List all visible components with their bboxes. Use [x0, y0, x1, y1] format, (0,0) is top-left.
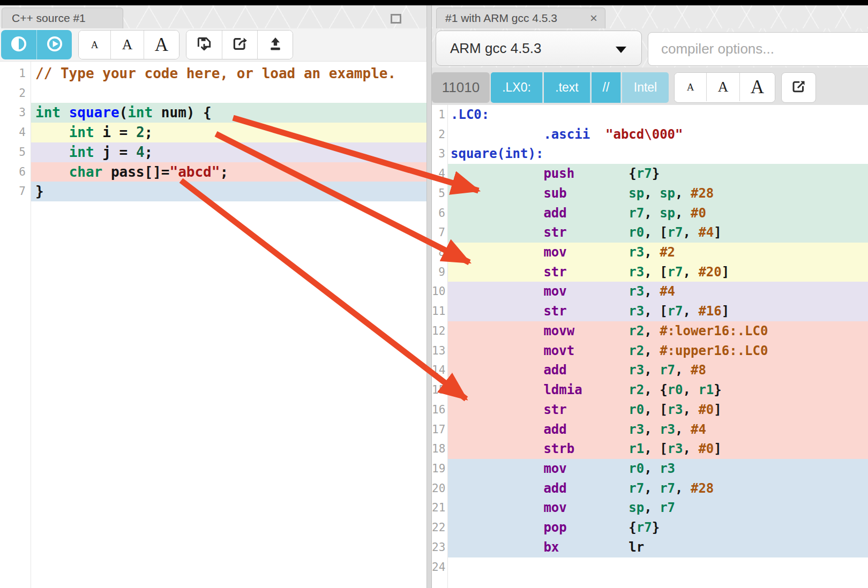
code-line[interactable]: 5 int j = 4;: [0, 142, 426, 162]
maximize-icon[interactable]: [391, 14, 401, 24]
code-line[interactable]: 20 add r7, r7, #28: [432, 479, 868, 499]
code-line[interactable]: 2 .ascii "abcd\000": [432, 125, 868, 145]
code-line[interactable]: 6 char pass[]="abcd";: [0, 162, 426, 182]
line-number: 3: [0, 103, 31, 123]
code-line[interactable]: 21 mov sp, r7: [432, 498, 868, 518]
code-line[interactable]: 3int square(int num) {: [0, 103, 426, 123]
source-font-size-group: A A A: [78, 30, 179, 59]
line-content: bx lr: [448, 538, 868, 557]
font-default-button[interactable]: A: [110, 31, 144, 59]
code-line[interactable]: 17 add r3, r3, #4: [432, 420, 868, 440]
code-line[interactable]: 9 str r3, [r7, #20]: [432, 262, 868, 282]
line-number: 8: [432, 243, 448, 262]
code-line[interactable]: 24: [432, 557, 868, 577]
asm-font-small-label: A: [687, 81, 694, 93]
source-editor[interactable]: 1// Type your code here, or load an exam…: [0, 62, 426, 588]
labels-filter-label: .LX0:: [502, 80, 531, 95]
code-line[interactable]: 3square(int):: [432, 144, 868, 164]
code-line[interactable]: 4 push {r7}: [432, 164, 868, 184]
font-increase-button[interactable]: A: [144, 31, 179, 59]
line-number: 12: [432, 321, 448, 341]
line-number: 18: [432, 439, 448, 459]
unused-labels-toggle[interactable]: .LX0:: [491, 72, 543, 103]
compile-on-change-button[interactable]: [36, 30, 72, 59]
code-line[interactable]: 7 str r0, [r7, #4]: [432, 223, 868, 243]
line-number: 3: [432, 144, 448, 164]
line-number: 13: [432, 341, 448, 361]
code-line[interactable]: 16 str r0, [r3, #0]: [432, 400, 868, 420]
code-line[interactable]: 13 movt r2, #:upper16:.LC0: [432, 341, 868, 361]
asm-export-button[interactable]: [781, 72, 816, 103]
line-number: 1: [0, 64, 31, 84]
line-content: sub sp, sp, #28: [448, 184, 868, 203]
code-line[interactable]: 4 int i = 2;: [0, 123, 426, 142]
code-line[interactable]: 6 add r7, sp, #0: [432, 203, 868, 223]
compiler-row: ARM gcc 4.5.3: [432, 28, 868, 67]
asm-font-default-button[interactable]: A: [706, 73, 739, 101]
compiler-pane-header: #1 with ARM gcc 4.5.3 ×: [432, 5, 868, 28]
line-content: movt r2, #:upper16:.LC0: [448, 341, 868, 361]
compiler-select[interactable]: ARM gcc 4.5.3: [436, 31, 642, 66]
line-content: mov r0, r3: [448, 459, 868, 479]
line-content: str r3, [r7, #16]: [448, 301, 868, 321]
code-line[interactable]: 19 mov r0, r3: [432, 459, 868, 479]
line-content: int j = 4;: [31, 142, 426, 162]
compiler-options-input[interactable]: [648, 32, 868, 66]
tab-compiler[interactable]: #1 with ARM gcc 4.5.3 ×: [436, 7, 605, 28]
code-line[interactable]: 1.LC0:: [432, 105, 868, 125]
close-icon[interactable]: ×: [590, 12, 597, 25]
colourise-button[interactable]: [1, 30, 36, 59]
code-line[interactable]: 12 movw r2, #:lower16:.LC0: [432, 321, 868, 341]
line-content: str r0, [r7, #4]: [448, 223, 868, 243]
intel-syntax-toggle[interactable]: Intel: [622, 72, 669, 103]
line-number: 9: [432, 262, 448, 282]
font-medium-label: A: [122, 36, 133, 53]
directives-toggle[interactable]: .text: [544, 72, 590, 103]
line-number: 6: [432, 203, 448, 223]
line-number: 6: [0, 162, 31, 182]
asm-code-area[interactable]: 1.LC0:2 .ascii "abcd\000"3square(int):4 …: [432, 105, 868, 577]
code-line[interactable]: 11 str r3, [r7, #16]: [432, 301, 868, 321]
line-content: [31, 84, 426, 103]
code-line[interactable]: 2: [0, 84, 426, 103]
asm-editor[interactable]: 1.LC0:2 .ascii "abcd\000"3square(int):4 …: [432, 105, 868, 588]
asm-font-increase-button[interactable]: A: [739, 73, 775, 101]
line-content: str r3, [r7, #20]: [448, 262, 868, 282]
code-line[interactable]: 18 strb r1, [r3, #0]: [432, 439, 868, 459]
save-button[interactable]: [186, 31, 222, 59]
line-number: 10: [432, 282, 448, 301]
font-large-label: A: [155, 34, 168, 56]
load-save-button[interactable]: [257, 31, 293, 59]
source-pane: C++ source #1 A A A: [0, 5, 427, 588]
code-line[interactable]: 5 sub sp, sp, #28: [432, 184, 868, 203]
code-line[interactable]: 1// Type your code here, or load an exam…: [0, 64, 426, 84]
code-line[interactable]: 23 bx lr: [432, 538, 868, 557]
code-line[interactable]: 7}: [0, 182, 426, 201]
code-line[interactable]: 22 pop {r7}: [432, 518, 868, 538]
source-code-area[interactable]: 1// Type your code here, or load an exam…: [0, 64, 426, 201]
line-number: 14: [432, 360, 448, 380]
tab-source[interactable]: C++ source #1: [2, 7, 123, 28]
code-line[interactable]: 8 mov r3, #2: [432, 243, 868, 262]
comments-toggle[interactable]: //: [592, 72, 621, 103]
directives-filter-label: .text: [555, 80, 578, 95]
binary-toggle-button[interactable]: 11010: [432, 72, 490, 103]
asm-font-decrease-button[interactable]: A: [675, 73, 706, 101]
line-content: str r0, [r3, #0]: [448, 400, 868, 420]
external-link-icon: [231, 35, 249, 54]
export-button[interactable]: [222, 31, 257, 59]
line-content: [448, 557, 868, 577]
code-line[interactable]: 14 add r3, r7, #8: [432, 360, 868, 380]
line-number: 4: [0, 123, 31, 142]
code-line[interactable]: 10 mov r3, #4: [432, 282, 868, 301]
font-decrease-button[interactable]: A: [79, 31, 110, 59]
line-content: ldmia r2, {r0, r1}: [448, 380, 868, 400]
line-number: 2: [432, 125, 448, 145]
code-line[interactable]: 15 ldmia r2, {r0, r1}: [432, 380, 868, 400]
line-number: 7: [432, 223, 448, 243]
tab-compiler-label: #1 with ARM gcc 4.5.3: [445, 12, 557, 25]
line-number: 5: [432, 184, 448, 203]
line-content: mov sp, r7: [448, 498, 868, 518]
intel-label: Intel: [634, 80, 657, 95]
editor-mode-group: [1, 30, 72, 59]
